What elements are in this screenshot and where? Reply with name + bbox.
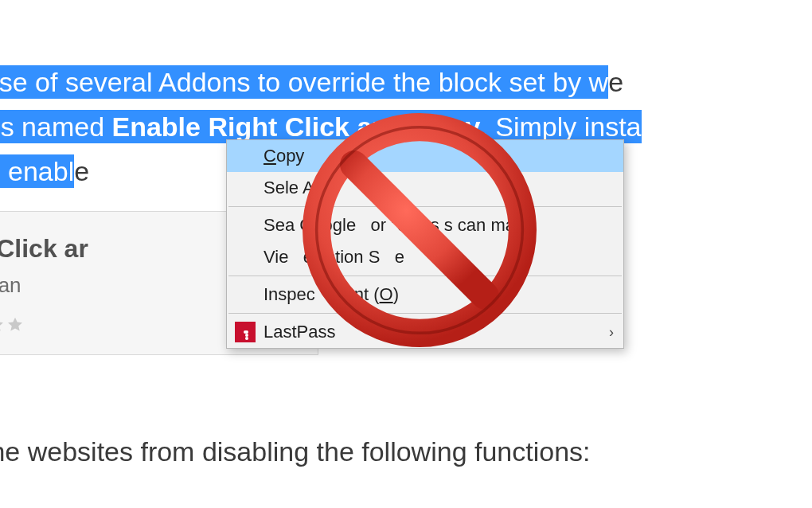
star-empty-icon: [6, 316, 24, 334]
article-line3-selected: a store will enabl: [0, 154, 74, 188]
lastpass-icon: [235, 322, 256, 342]
article-lower-line: eventing the websites from disabling the…: [0, 436, 812, 467]
article-line1: an make use of several Addons to overrid…: [0, 65, 608, 99]
ctx-item-search-google[interactable]: Sea Google or "ox us s can ma...": [227, 209, 623, 241]
context-menu: Copy Sele All Sea Google or "ox us s can…: [226, 139, 624, 349]
article-line3-tail: e: [74, 156, 89, 186]
ctx-item-select-all[interactable]: Sele All: [227, 172, 623, 204]
ctx-separator: [228, 275, 622, 276]
ctx-item-lastpass[interactable]: LastPass ›: [227, 316, 623, 348]
ctx-item-copy[interactable]: Copy: [227, 140, 623, 172]
ctx-item-view-selection-source[interactable]: Vie election S e: [227, 241, 623, 273]
ctx-item-inspect-element[interactable]: Inspec ment (O): [227, 279, 623, 311]
ctx-separator: [228, 206, 622, 207]
chevron-right-icon: ›: [609, 324, 614, 341]
star-half-icon: [0, 316, 5, 334]
page-stage: an make use of several Addons to overrid…: [0, 0, 812, 508]
ctx-separator: [228, 313, 622, 314]
extension-rating: [0, 316, 24, 334]
article-line2: hieve this is named Enable Right Click a…: [0, 110, 642, 143]
